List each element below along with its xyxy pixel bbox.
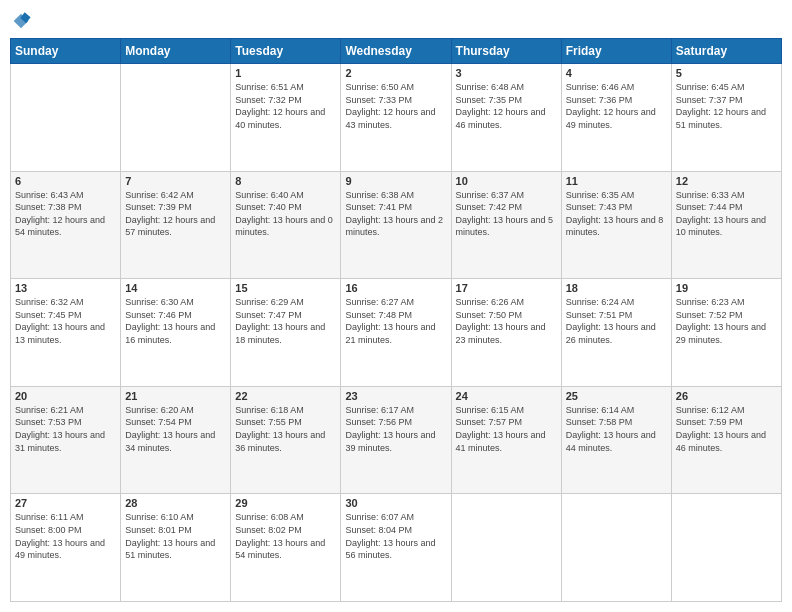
day-cell: 12Sunrise: 6:33 AMSunset: 7:44 PMDayligh… xyxy=(671,171,781,279)
day-info: Sunrise: 6:42 AMSunset: 7:39 PMDaylight:… xyxy=(125,189,226,239)
day-info: Sunrise: 6:12 AMSunset: 7:59 PMDaylight:… xyxy=(676,404,777,454)
day-info: Sunrise: 6:08 AMSunset: 8:02 PMDaylight:… xyxy=(235,511,336,561)
day-info: Sunrise: 6:30 AMSunset: 7:46 PMDaylight:… xyxy=(125,296,226,346)
day-cell: 1Sunrise: 6:51 AMSunset: 7:32 PMDaylight… xyxy=(231,64,341,172)
day-number: 6 xyxy=(15,175,116,187)
calendar-table: SundayMondayTuesdayWednesdayThursdayFrid… xyxy=(10,38,782,602)
day-number: 12 xyxy=(676,175,777,187)
day-cell: 22Sunrise: 6:18 AMSunset: 7:55 PMDayligh… xyxy=(231,386,341,494)
day-info: Sunrise: 6:45 AMSunset: 7:37 PMDaylight:… xyxy=(676,81,777,131)
day-number: 1 xyxy=(235,67,336,79)
day-info: Sunrise: 6:15 AMSunset: 7:57 PMDaylight:… xyxy=(456,404,557,454)
day-info: Sunrise: 6:51 AMSunset: 7:32 PMDaylight:… xyxy=(235,81,336,131)
day-number: 14 xyxy=(125,282,226,294)
day-number: 23 xyxy=(345,390,446,402)
day-cell xyxy=(121,64,231,172)
day-number: 18 xyxy=(566,282,667,294)
day-number: 15 xyxy=(235,282,336,294)
header xyxy=(10,10,782,32)
day-number: 26 xyxy=(676,390,777,402)
day-number: 27 xyxy=(15,497,116,509)
day-info: Sunrise: 6:33 AMSunset: 7:44 PMDaylight:… xyxy=(676,189,777,239)
day-cell: 29Sunrise: 6:08 AMSunset: 8:02 PMDayligh… xyxy=(231,494,341,602)
day-cell xyxy=(561,494,671,602)
day-number: 3 xyxy=(456,67,557,79)
day-info: Sunrise: 6:46 AMSunset: 7:36 PMDaylight:… xyxy=(566,81,667,131)
day-info: Sunrise: 6:14 AMSunset: 7:58 PMDaylight:… xyxy=(566,404,667,454)
day-cell: 21Sunrise: 6:20 AMSunset: 7:54 PMDayligh… xyxy=(121,386,231,494)
day-cell: 7Sunrise: 6:42 AMSunset: 7:39 PMDaylight… xyxy=(121,171,231,279)
day-info: Sunrise: 6:20 AMSunset: 7:54 PMDaylight:… xyxy=(125,404,226,454)
day-cell: 3Sunrise: 6:48 AMSunset: 7:35 PMDaylight… xyxy=(451,64,561,172)
week-row-1: 1Sunrise: 6:51 AMSunset: 7:32 PMDaylight… xyxy=(11,64,782,172)
day-number: 17 xyxy=(456,282,557,294)
day-cell: 25Sunrise: 6:14 AMSunset: 7:58 PMDayligh… xyxy=(561,386,671,494)
day-cell: 28Sunrise: 6:10 AMSunset: 8:01 PMDayligh… xyxy=(121,494,231,602)
day-info: Sunrise: 6:23 AMSunset: 7:52 PMDaylight:… xyxy=(676,296,777,346)
day-number: 29 xyxy=(235,497,336,509)
day-number: 5 xyxy=(676,67,777,79)
day-info: Sunrise: 6:24 AMSunset: 7:51 PMDaylight:… xyxy=(566,296,667,346)
day-number: 25 xyxy=(566,390,667,402)
day-number: 28 xyxy=(125,497,226,509)
day-cell: 17Sunrise: 6:26 AMSunset: 7:50 PMDayligh… xyxy=(451,279,561,387)
day-cell: 14Sunrise: 6:30 AMSunset: 7:46 PMDayligh… xyxy=(121,279,231,387)
day-cell: 6Sunrise: 6:43 AMSunset: 7:38 PMDaylight… xyxy=(11,171,121,279)
day-info: Sunrise: 6:11 AMSunset: 8:00 PMDaylight:… xyxy=(15,511,116,561)
day-info: Sunrise: 6:35 AMSunset: 7:43 PMDaylight:… xyxy=(566,189,667,239)
day-cell: 4Sunrise: 6:46 AMSunset: 7:36 PMDaylight… xyxy=(561,64,671,172)
day-number: 20 xyxy=(15,390,116,402)
day-number: 24 xyxy=(456,390,557,402)
day-info: Sunrise: 6:27 AMSunset: 7:48 PMDaylight:… xyxy=(345,296,446,346)
weekday-wednesday: Wednesday xyxy=(341,39,451,64)
day-info: Sunrise: 6:37 AMSunset: 7:42 PMDaylight:… xyxy=(456,189,557,239)
weekday-saturday: Saturday xyxy=(671,39,781,64)
day-cell: 13Sunrise: 6:32 AMSunset: 7:45 PMDayligh… xyxy=(11,279,121,387)
day-number: 7 xyxy=(125,175,226,187)
day-cell: 16Sunrise: 6:27 AMSunset: 7:48 PMDayligh… xyxy=(341,279,451,387)
day-number: 2 xyxy=(345,67,446,79)
weekday-friday: Friday xyxy=(561,39,671,64)
day-number: 8 xyxy=(235,175,336,187)
day-cell: 11Sunrise: 6:35 AMSunset: 7:43 PMDayligh… xyxy=(561,171,671,279)
day-info: Sunrise: 6:26 AMSunset: 7:50 PMDaylight:… xyxy=(456,296,557,346)
day-number: 16 xyxy=(345,282,446,294)
day-number: 21 xyxy=(125,390,226,402)
day-cell xyxy=(11,64,121,172)
day-number: 22 xyxy=(235,390,336,402)
day-cell: 5Sunrise: 6:45 AMSunset: 7:37 PMDaylight… xyxy=(671,64,781,172)
day-number: 11 xyxy=(566,175,667,187)
day-number: 10 xyxy=(456,175,557,187)
day-cell: 30Sunrise: 6:07 AMSunset: 8:04 PMDayligh… xyxy=(341,494,451,602)
page: SundayMondayTuesdayWednesdayThursdayFrid… xyxy=(0,0,792,612)
weekday-monday: Monday xyxy=(121,39,231,64)
day-number: 13 xyxy=(15,282,116,294)
day-number: 30 xyxy=(345,497,446,509)
day-info: Sunrise: 6:21 AMSunset: 7:53 PMDaylight:… xyxy=(15,404,116,454)
day-info: Sunrise: 6:48 AMSunset: 7:35 PMDaylight:… xyxy=(456,81,557,131)
day-info: Sunrise: 6:50 AMSunset: 7:33 PMDaylight:… xyxy=(345,81,446,131)
day-info: Sunrise: 6:07 AMSunset: 8:04 PMDaylight:… xyxy=(345,511,446,561)
day-cell: 2Sunrise: 6:50 AMSunset: 7:33 PMDaylight… xyxy=(341,64,451,172)
day-info: Sunrise: 6:32 AMSunset: 7:45 PMDaylight:… xyxy=(15,296,116,346)
day-number: 9 xyxy=(345,175,446,187)
day-info: Sunrise: 6:38 AMSunset: 7:41 PMDaylight:… xyxy=(345,189,446,239)
week-row-2: 6Sunrise: 6:43 AMSunset: 7:38 PMDaylight… xyxy=(11,171,782,279)
day-info: Sunrise: 6:40 AMSunset: 7:40 PMDaylight:… xyxy=(235,189,336,239)
day-cell: 27Sunrise: 6:11 AMSunset: 8:00 PMDayligh… xyxy=(11,494,121,602)
weekday-header-row: SundayMondayTuesdayWednesdayThursdayFrid… xyxy=(11,39,782,64)
weekday-sunday: Sunday xyxy=(11,39,121,64)
day-cell: 26Sunrise: 6:12 AMSunset: 7:59 PMDayligh… xyxy=(671,386,781,494)
day-info: Sunrise: 6:29 AMSunset: 7:47 PMDaylight:… xyxy=(235,296,336,346)
day-info: Sunrise: 6:10 AMSunset: 8:01 PMDaylight:… xyxy=(125,511,226,561)
weekday-thursday: Thursday xyxy=(451,39,561,64)
week-row-4: 20Sunrise: 6:21 AMSunset: 7:53 PMDayligh… xyxy=(11,386,782,494)
day-cell: 15Sunrise: 6:29 AMSunset: 7:47 PMDayligh… xyxy=(231,279,341,387)
day-cell xyxy=(671,494,781,602)
day-info: Sunrise: 6:17 AMSunset: 7:56 PMDaylight:… xyxy=(345,404,446,454)
logo xyxy=(10,10,36,32)
day-cell: 24Sunrise: 6:15 AMSunset: 7:57 PMDayligh… xyxy=(451,386,561,494)
day-cell: 10Sunrise: 6:37 AMSunset: 7:42 PMDayligh… xyxy=(451,171,561,279)
week-row-3: 13Sunrise: 6:32 AMSunset: 7:45 PMDayligh… xyxy=(11,279,782,387)
day-cell xyxy=(451,494,561,602)
